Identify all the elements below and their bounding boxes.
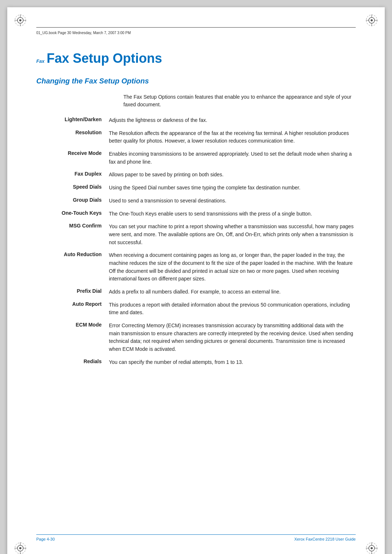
definition-entry: Prefix DialAdds a prefix to all numbers … [36, 288, 356, 296]
definition-description: Allows paper to be saved by printing on … [109, 171, 356, 179]
definition-entry: Auto ReductionWhen receiving a document … [36, 251, 356, 283]
definition-description: Using the Speed Dial number saves time t… [109, 184, 356, 192]
svg-point-9 [371, 19, 373, 21]
fax-icon-label: Fax [36, 58, 44, 64]
definition-description: Error Correcting Memory (ECM) increases … [109, 322, 356, 353]
definition-entry: Group DialsUsed to send a transmission t… [36, 197, 356, 205]
definition-term: Resolution [36, 130, 109, 135]
corner-mark-top-right [365, 14, 378, 27]
definition-term: Auto Reduction [36, 251, 109, 257]
corner-mark-bottom-right [365, 542, 378, 554]
definition-description: You can specify the number of redial att… [109, 358, 356, 366]
definition-term: One-Touch Keys [36, 210, 109, 216]
definition-term: MSG Confirm [36, 223, 109, 229]
definition-term: Redials [36, 358, 109, 364]
page: 01_UG.book Page 30 Wednesday, March 7, 2… [7, 7, 385, 554]
definition-entry: RedialsYou can specify the number of red… [36, 358, 356, 366]
definition-entry: One-Touch KeysThe One-Touch Keys enable … [36, 210, 356, 218]
definition-description: When receiving a document containing pag… [109, 251, 356, 283]
definition-entry: Auto ReportThis produces a report with d… [36, 301, 356, 317]
file-info-bar: 01_UG.book Page 30 Wednesday, March 7, 2… [36, 27, 356, 36]
definition-entry: Lighten/DarkenAdjusts the lightness or d… [36, 116, 356, 124]
definition-entry: ECM ModeError Correcting Memory (ECM) in… [36, 322, 356, 353]
definition-description: This produces a report with detailed inf… [109, 301, 356, 317]
definition-description: Adjusts the lightness or darkness of the… [109, 116, 356, 124]
footer-page-number: Page 4-30 [36, 537, 55, 541]
definition-description: Adds a prefix to all numbers dialled. Fo… [109, 288, 356, 296]
definition-term: Group Dials [36, 197, 109, 203]
definition-list: Lighten/DarkenAdjusts the lightness or d… [36, 116, 356, 366]
definition-entry: Fax DuplexAllows paper to be saved by pr… [36, 171, 356, 179]
definition-term: Lighten/Darken [36, 116, 109, 122]
definition-term: Speed Dials [36, 184, 109, 190]
definition-entry: ResolutionThe Resolution affects the app… [36, 130, 356, 145]
definition-description: Used to send a transmission to several d… [109, 197, 356, 205]
definition-description: You can set your machine to print a repo… [109, 223, 356, 246]
corner-mark-bottom-left [14, 542, 27, 554]
definition-entry: Speed DialsUsing the Speed Dial number s… [36, 184, 356, 192]
footer: Page 4-30 Xerox FaxCentre 2218 User Guid… [36, 534, 356, 541]
page-title: Fax Setup Options [46, 51, 162, 66]
corner-mark-top-left [14, 14, 27, 27]
file-info-text: 01_UG.book Page 30 Wednesday, March 7, 2… [36, 31, 131, 35]
definition-term: ECM Mode [36, 322, 109, 328]
definition-entry: MSG ConfirmYou can set your machine to p… [36, 223, 356, 246]
definition-term: Receive Mode [36, 150, 109, 156]
definition-description: The Resolution affects the appearance of… [109, 130, 356, 145]
footer-product-name: Xerox FaxCentre 2218 User Guide [294, 537, 356, 541]
main-content: Fax Fax Setup Options Changing the Fax S… [36, 51, 356, 366]
page-title-row: Fax Fax Setup Options [36, 51, 356, 66]
svg-point-23 [371, 547, 373, 549]
definition-term: Auto Report [36, 301, 109, 307]
svg-point-16 [19, 547, 21, 549]
section-heading: Changing the Fax Setup Options [36, 77, 356, 85]
definition-description: Enables incoming transmissions to be ans… [109, 150, 356, 166]
definition-term: Fax Duplex [36, 171, 109, 177]
definition-description: The One-Touch Keys enable users to send … [109, 210, 356, 218]
definition-term: Prefix Dial [36, 288, 109, 294]
definition-entry: Receive ModeEnables incoming transmissio… [36, 150, 356, 166]
svg-point-2 [19, 19, 21, 21]
intro-paragraph: The Fax Setup Options contain features t… [123, 93, 356, 108]
